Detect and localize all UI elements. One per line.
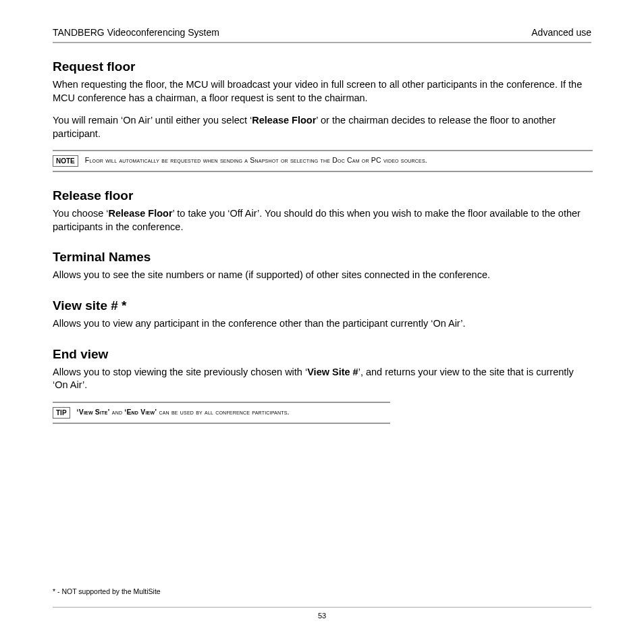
page-number: 53 xyxy=(0,612,644,620)
para: Allows you to view any participant in th… xyxy=(53,317,591,331)
text: Allows you to stop viewing the site prev… xyxy=(53,367,307,377)
text: You will remain ‘On Air’ until either yo… xyxy=(53,115,252,126)
heading-request-floor: Request floor xyxy=(53,59,591,74)
tip-text: ‘View Site’ and ‘End View’ can be used b… xyxy=(77,407,290,417)
header-right: Advanced use xyxy=(531,27,591,38)
text-bold: ‘End View’ xyxy=(124,408,157,416)
note-text: Floor will automatically be requested wh… xyxy=(85,155,427,165)
note-tag: NOTE xyxy=(53,155,78,167)
text-bold: View Site # xyxy=(307,367,358,377)
para: When requesting the floor, the MCU will … xyxy=(53,78,591,105)
text-bold: Release Floor xyxy=(252,115,316,126)
section-view-site: View site # * Allows you to view any par… xyxy=(53,298,591,331)
heading-end-view: End view xyxy=(53,347,591,362)
header-left: TANDBERG Videoconferencing System xyxy=(53,27,219,38)
tip-tag: TIP xyxy=(53,407,70,419)
text: You choose ‘ xyxy=(53,208,109,219)
para: You choose ‘Release Floor’ to take you ‘… xyxy=(53,207,591,234)
page-header: TANDBERG Videoconferencing System Advanc… xyxy=(53,27,591,43)
note-callout: NOTE Floor will automatically be request… xyxy=(53,150,593,172)
section-terminal-names: Terminal Names Allows you to see the sit… xyxy=(53,250,591,282)
heading-release-floor: Release floor xyxy=(53,188,591,203)
bottom-rule xyxy=(53,607,591,608)
section-request-floor: Request floor When requesting the floor,… xyxy=(53,59,591,140)
section-release-floor: Release floor You choose ‘Release Floor’… xyxy=(53,188,591,234)
heading-terminal-names: Terminal Names xyxy=(53,250,591,265)
section-end-view: End view Allows you to stop viewing the … xyxy=(53,347,591,392)
tip-callout: TIP ‘View Site’ and ‘End View’ can be us… xyxy=(53,402,390,424)
text-bold: ‘View Site’ xyxy=(77,408,110,416)
page: TANDBERG Videoconferencing System Advanc… xyxy=(0,0,644,644)
text: can be used by all conference participan… xyxy=(157,408,289,416)
para: Allows you to stop viewing the site prev… xyxy=(53,366,591,392)
heading-view-site: View site # * xyxy=(53,298,591,313)
text-bold: Release Floor xyxy=(109,208,173,219)
footnote: * - NOT supported by the MultiSite xyxy=(53,587,161,595)
para: Allows you to see the site numbers or na… xyxy=(53,269,591,282)
text: and xyxy=(110,408,125,416)
para: You will remain ‘On Air’ until either yo… xyxy=(53,114,591,140)
